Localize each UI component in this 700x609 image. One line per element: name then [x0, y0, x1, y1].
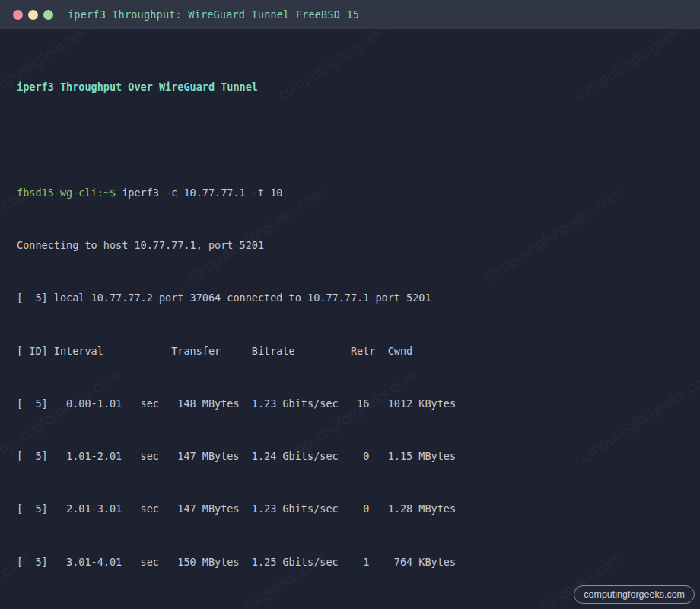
shell-prompt: fbsd15-wg-cli:~$	[17, 187, 122, 199]
terminal-window: iperf3 Throughput: WireGuard Tunnel Free…	[0, 0, 700, 609]
terminal-heading: iperf3 Throughput Over WireGuard Tunnel	[17, 78, 683, 96]
output-row: [ 5] 4.01-5.02 sec 141 MBytes 1.17 Gbits…	[17, 606, 683, 609]
close-button[interactable]	[13, 10, 23, 20]
window-titlebar: iperf3 Throughput: WireGuard Tunnel Free…	[0, 0, 700, 29]
watermark-badge: computingforgeeks.com	[574, 585, 695, 604]
output-row: [ 5] 1.01-2.01 sec 147 MBytes 1.24 Gbits…	[17, 448, 683, 465]
output-row: [ 5] 2.01-3.01 sec 147 MBytes 1.23 Gbits…	[17, 500, 683, 518]
command-line: fbsd15-wg-cli:~$ iperf3 -c 10.77.77.1 -t…	[17, 184, 683, 202]
minimize-button[interactable]	[28, 10, 38, 20]
output-header: [ ID] Interval Transfer Bitrate Retr Cwn…	[17, 343, 683, 360]
output-row: [ 5] 3.01-4.01 sec 150 MBytes 1.25 Gbits…	[17, 553, 683, 571]
maximize-button[interactable]	[43, 10, 53, 20]
blank-line	[17, 131, 683, 148]
output-row: [ 5] 0.00-1.01 sec 148 MBytes 1.23 Gbits…	[17, 395, 683, 413]
shell-command: iperf3 -c 10.77.77.1 -t 10	[122, 187, 282, 199]
output-line-connecting: Connecting to host 10.77.77.1, port 5201	[17, 237, 683, 254]
output-line-local: [ 5] local 10.77.77.2 port 37064 connect…	[17, 289, 683, 307]
terminal-body[interactable]: iperf3 Throughput Over WireGuard Tunnel …	[0, 29, 700, 609]
window-title: iperf3 Throughput: WireGuard Tunnel Free…	[68, 8, 359, 21]
